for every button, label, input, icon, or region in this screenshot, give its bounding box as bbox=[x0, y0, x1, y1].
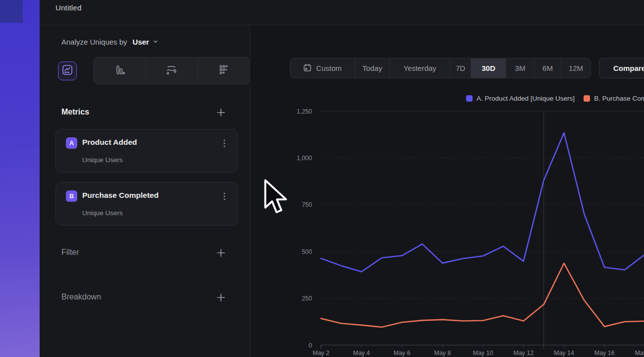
svg-text:1,250: 1,250 bbox=[297, 108, 312, 115]
add-breakdown-button[interactable] bbox=[215, 292, 226, 303]
svg-text:May 14: May 14 bbox=[554, 350, 574, 357]
svg-text:750: 750 bbox=[302, 201, 312, 208]
metric-badge-a: A bbox=[66, 137, 77, 149]
chart-type-tabs bbox=[40, 57, 250, 84]
analyze-label: Analyze Uniques by bbox=[61, 38, 127, 46]
chart-type-tab-panel bbox=[93, 57, 250, 84]
svg-text:May 10: May 10 bbox=[473, 350, 493, 357]
svg-text:May 4: May 4 bbox=[353, 350, 370, 357]
tab-line-chart[interactable] bbox=[58, 61, 77, 80]
background-gradient-strip bbox=[0, 0, 40, 357]
tab-flow-chart[interactable] bbox=[145, 58, 197, 84]
line-chart[interactable]: 02505007501,0001,250May 2May 4May 6May 8… bbox=[250, 0, 644, 357]
svg-text:May 8: May 8 bbox=[434, 350, 451, 357]
sidebar: Analyze Uniques by User bbox=[40, 25, 250, 357]
metric-name: Purchase Completed bbox=[82, 191, 159, 200]
svg-text:May 18: May 18 bbox=[635, 350, 644, 357]
breakdown-heading: Breakdown bbox=[61, 293, 101, 301]
app-window: Untitled Analyze Uniques by User bbox=[0, 0, 644, 357]
svg-text:1,000: 1,000 bbox=[297, 155, 312, 162]
metric-badge-b: B bbox=[66, 190, 77, 202]
line-chart-icon bbox=[61, 64, 73, 78]
metric-name: Product Added bbox=[82, 138, 137, 147]
add-filter-button[interactable] bbox=[215, 247, 226, 258]
bar-chart-icon bbox=[113, 63, 126, 78]
metric-card-a[interactable]: A Product Added Unique Users bbox=[55, 129, 238, 173]
mouse-cursor bbox=[263, 177, 288, 220]
metric-subtitle: Unique Users bbox=[82, 209, 123, 217]
add-metric-button[interactable] bbox=[215, 107, 226, 118]
filter-heading: Filter bbox=[61, 248, 79, 257]
svg-text:May 12: May 12 bbox=[513, 350, 534, 357]
report-title[interactable]: Untitled bbox=[55, 3, 81, 12]
corner-shade bbox=[0, 0, 23, 23]
metric-card-b[interactable]: B Purchase Completed Unique Users bbox=[55, 182, 238, 226]
flow-chart-icon bbox=[165, 63, 178, 78]
svg-text:250: 250 bbox=[302, 295, 312, 302]
metric-subtitle: Unique Users bbox=[82, 156, 123, 164]
svg-text:May 16: May 16 bbox=[594, 350, 615, 357]
kebab-menu-icon[interactable] bbox=[220, 191, 228, 203]
svg-text:500: 500 bbox=[302, 248, 312, 255]
analyze-value-dropdown[interactable]: User bbox=[133, 38, 149, 46]
svg-text:0: 0 bbox=[309, 342, 312, 349]
tab-bar-chart[interactable] bbox=[94, 58, 145, 84]
svg-text:May 2: May 2 bbox=[313, 350, 329, 357]
chevron-down-icon[interactable] bbox=[152, 38, 159, 47]
tab-grid-dots[interactable] bbox=[198, 58, 250, 84]
analyze-uniques-row: Analyze Uniques by User bbox=[61, 35, 159, 48]
kebab-menu-icon[interactable] bbox=[220, 138, 228, 150]
metrics-heading: Metrics bbox=[61, 108, 89, 117]
svg-text:May 6: May 6 bbox=[393, 350, 410, 357]
grid-dots-icon bbox=[217, 63, 230, 78]
